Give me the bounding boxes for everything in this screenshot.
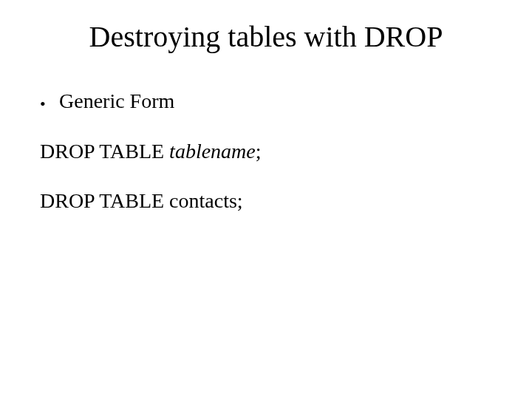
slide: Destroying tables with DROP • Generic Fo… [0, 0, 532, 399]
code-text-prefix: DROP TABLE [40, 140, 169, 163]
bullet-text: Generic Form [59, 89, 174, 114]
bullet-item: • Generic Form [40, 89, 492, 114]
code-text-italic: tablename [169, 140, 256, 163]
bullet-icon: • [40, 96, 59, 112]
code-line-example: DROP TABLE contacts; [40, 188, 492, 214]
slide-title: Destroying tables with DROP [0, 19, 532, 54]
code-line-generic: DROP TABLE tablename; [40, 139, 492, 164]
slide-body: • Generic Form DROP TABLE tablename; DRO… [40, 89, 492, 239]
code-text-suffix: ; [256, 140, 262, 163]
